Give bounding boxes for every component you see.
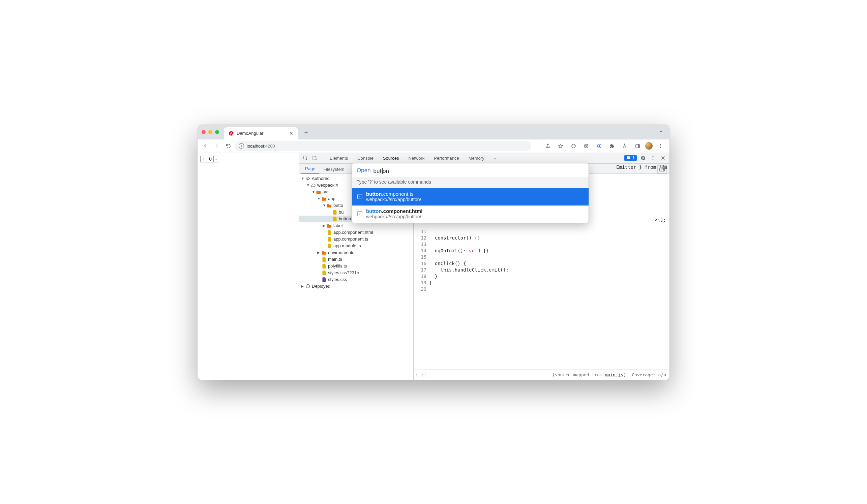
html-file-icon: ⋄: [357, 210, 363, 217]
svg-point-0: [571, 144, 575, 147]
source-map-link[interactable]: main.js: [605, 372, 624, 377]
tree-styles[interactable]: styles.css: [299, 276, 413, 283]
open-result-0[interactable]: ⋄ button.component.ts webpack:///src/app…: [352, 188, 589, 206]
devtools-close-icon[interactable]: [659, 154, 667, 162]
svg-rect-14: [315, 157, 317, 160]
forward-button[interactable]: [212, 141, 222, 151]
tree-styles-q[interactable]: styles.css?231c: [299, 270, 413, 276]
side-panel-icon[interactable]: [632, 141, 642, 151]
open-file-dialog: Open button Type '?' to see available co…: [352, 163, 589, 223]
svg-point-4: [587, 146, 588, 147]
tree-deployed[interactable]: ▶ Deployed: [299, 283, 413, 290]
panel-elements[interactable]: Elements: [325, 154, 353, 162]
counter-minus[interactable]: -: [214, 156, 219, 162]
profile-avatar[interactable]: [645, 142, 653, 150]
reload-button[interactable]: [223, 141, 233, 151]
tree-polyfills-ts[interactable]: polyfills.ts: [299, 263, 413, 270]
window-controls[interactable]: [202, 130, 219, 134]
tab-title: DemoAngular: [237, 131, 264, 136]
panel-console[interactable]: Console: [353, 154, 378, 162]
tree-app-component-html[interactable]: app.component.html: [299, 229, 413, 236]
panel-performance[interactable]: Performance: [429, 154, 463, 162]
coverage-label: Coverage: n/a: [628, 372, 670, 377]
panel-memory[interactable]: Memory: [464, 154, 489, 162]
url-text: localhost:4200: [247, 143, 275, 149]
code-peek: Emitter } from '@a: [616, 164, 667, 170]
tree-label-folder[interactable]: ▶ label: [299, 222, 413, 229]
chrome-menu-icon[interactable]: [655, 141, 665, 151]
open-hint: Type '?' to see available commands: [352, 177, 589, 188]
extension-lock-blue-icon[interactable]: [594, 141, 604, 151]
site-info-icon[interactable]: i: [239, 143, 244, 149]
share-icon[interactable]: [543, 141, 553, 151]
folder-icon: [321, 196, 327, 201]
svg-point-2: [574, 145, 575, 146]
extensions-puzzle-icon[interactable]: [607, 141, 617, 151]
folder-icon: [327, 203, 332, 208]
tree-app-module-ts[interactable]: app.module.ts: [299, 243, 413, 249]
browser-toolbar: i localhost:4200: [197, 140, 670, 153]
code-lines[interactable]: constructor() {} ngOnInit(): void {} onC…: [429, 228, 670, 370]
open-query[interactable]: button: [374, 167, 389, 175]
inspect-element-icon[interactable]: [301, 154, 310, 162]
more-panels-icon[interactable]: »: [489, 154, 501, 162]
pretty-print-icon[interactable]: { }: [414, 372, 426, 377]
issues-counter[interactable]: 1: [624, 155, 637, 161]
tree-app-component-ts[interactable]: app.component.ts: [299, 236, 413, 243]
file-icon: [332, 216, 338, 222]
address-bar[interactable]: i localhost:4200: [235, 141, 531, 151]
devtools-settings-icon[interactable]: [639, 154, 647, 162]
browser-tab[interactable]: DemoAngular ✕: [224, 127, 298, 140]
subtab-filesystem[interactable]: Filesystem: [319, 165, 348, 174]
svg-point-17: [653, 159, 653, 160]
cloud-icon: [310, 183, 316, 188]
counter-plus[interactable]: +: [201, 156, 207, 162]
file-icon: [321, 270, 327, 276]
tree-main-ts[interactable]: main.ts: [299, 256, 413, 263]
panel-network[interactable]: Network: [404, 154, 429, 162]
bookmark-star-icon[interactable]: [556, 141, 566, 151]
cube-icon: [305, 284, 310, 289]
toolbar-right: [543, 141, 667, 151]
tab-close-icon[interactable]: ✕: [289, 131, 293, 136]
extension-face-icon[interactable]: [568, 141, 578, 151]
open-file-input-row[interactable]: Open button: [352, 163, 589, 177]
close-window-icon[interactable]: [202, 130, 206, 134]
file-icon: [327, 243, 332, 249]
svg-text:⋄: ⋄: [359, 195, 361, 198]
zoom-window-icon[interactable]: [215, 130, 219, 134]
open-result-1[interactable]: ⋄ button.component.html webpack:///src/a…: [352, 206, 589, 223]
extension-flask-icon[interactable]: [620, 141, 630, 151]
tab-list-chevron-icon[interactable]: [659, 129, 663, 135]
source-map-info: (source mapped from main.js): [552, 372, 628, 377]
extension-incognito-icon[interactable]: [581, 141, 591, 151]
back-button[interactable]: [200, 141, 210, 151]
editor-footer: { } (source mapped from main.js) Coverag…: [414, 370, 670, 380]
panel-sources[interactable]: Sources: [378, 154, 404, 162]
svg-text:⋄: ⋄: [359, 212, 361, 215]
counter-widget[interactable]: + 0 -: [200, 156, 219, 162]
issues-count: 1: [632, 156, 635, 160]
folder-icon: [321, 250, 327, 255]
device-toolbar-icon[interactable]: [310, 154, 319, 162]
new-tab-button[interactable]: ＋: [301, 127, 311, 137]
tab-strip: DemoAngular ✕ ＋: [197, 125, 670, 140]
minimize-window-icon[interactable]: [208, 130, 212, 134]
open-label: Open: [357, 167, 371, 174]
devtools-toolbar: Elements Console Sources Network Perform…: [299, 153, 670, 164]
svg-point-15: [653, 156, 653, 157]
ts-file-icon: ⋄: [357, 193, 363, 199]
tree-environments[interactable]: ▶ environments: [299, 249, 413, 256]
file-icon: [321, 257, 327, 262]
svg-rect-6: [598, 145, 600, 147]
emitter-tail: >();: [655, 217, 666, 222]
svg-point-16: [653, 158, 653, 158]
svg-point-9: [660, 144, 661, 144]
page-viewport: + 0 -: [197, 153, 299, 380]
subtab-page[interactable]: Page: [301, 164, 319, 174]
devtools-menu-icon[interactable]: [649, 154, 657, 162]
file-icon: [321, 263, 327, 269]
folder-icon: [316, 189, 321, 195]
file-icon: [327, 237, 332, 242]
file-icon: [321, 277, 327, 282]
